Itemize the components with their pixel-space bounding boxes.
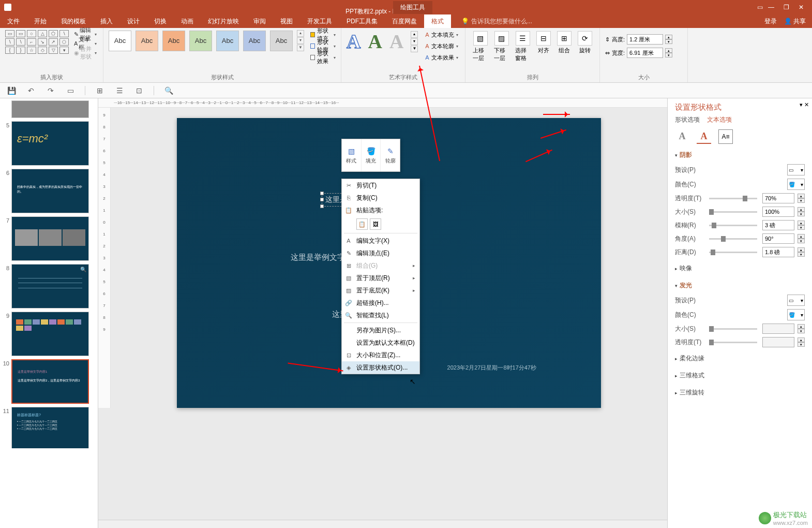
blur-input[interactable] [762,220,794,230]
display-settings-icon[interactable]: ▭ [757,4,763,11]
merge-shape-button[interactable]: ◉合并形状 [73,49,98,57]
text-effects-icon[interactable]: A [697,129,711,144]
text-fill-outline-icon[interactable]: A [675,129,689,144]
distance-input[interactable] [762,247,794,257]
scrollbar-horizontal[interactable] [98,520,667,528]
cm-edit-text[interactable]: A编辑文字(X) [342,234,419,247]
tab-home[interactable]: 开始 [27,14,54,28]
tab-review[interactable]: 审阅 [246,14,273,28]
cm-size-position[interactable]: ⊡大小和位置(Z)... [342,349,419,361]
tab-slideshow[interactable]: 幻灯片放映 [201,14,246,28]
cm-format-shape[interactable]: ◈设置形状格式(O)... [342,361,419,374]
transparency-slider[interactable] [709,198,757,199]
tell-me-search[interactable]: 💡告诉我您想要做什么... [461,17,532,26]
section-3d-format[interactable]: ▸三维格式 [675,370,805,382]
color-combo[interactable]: 🪣▾ [787,179,805,190]
wordart-gallery[interactable]: A A A ▴▾▼ [347,30,418,53]
cm-edit-points[interactable]: ✎编辑顶点(E) [342,247,419,259]
width-input[interactable] [627,48,663,58]
selection-pane-button[interactable]: ☰选择窗格 [513,30,532,63]
redo-icon[interactable]: ↷ [46,85,56,96]
send-backward-button[interactable]: ▨下移一层 [492,30,511,63]
restore-button[interactable]: ❐ [784,4,789,11]
cm-save-as-pic[interactable]: 另存为图片(S)... [342,324,419,336]
section-3d-rotation[interactable]: ▸三维旋转 [675,387,805,399]
glow-transparency-slider[interactable] [709,342,757,343]
slide-thumb-7[interactable] [11,216,89,261]
slide-thumb-6[interactable]: 想象中的真实，成为世界的真实所实现的一切中的。 [11,169,89,213]
transparency-input[interactable] [762,193,794,203]
blur-slider[interactable] [709,225,757,226]
pane-close-icon[interactable]: ▾ ✕ [800,101,809,108]
section-glow[interactable]: ▾发光 [675,280,805,291]
gallery-more[interactable]: ▼ [297,45,304,51]
section-soft-edge[interactable]: ▸柔化边缘 [675,353,805,364]
tab-pdftools[interactable]: PDF工具集 [339,14,385,28]
undo-icon[interactable]: ↶ [26,85,36,96]
text-options-tab[interactable]: 文本选项 [707,115,732,124]
tab-developer[interactable]: 开发工具 [300,14,339,28]
angle-input[interactable] [762,233,794,244]
mini-style-button[interactable]: ▧样式 [342,139,362,171]
cm-cut[interactable]: ✂剪切(T) [342,179,419,192]
tab-view[interactable]: 视图 [273,14,300,28]
slide-thumb-9[interactable] [11,312,89,356]
align-button[interactable]: ⊟对齐 [534,30,553,63]
preset-combo[interactable]: ▭▾ [787,164,805,175]
cm-hyperlink[interactable]: 🔗超链接(H)... [342,297,419,309]
size-input[interactable] [762,207,794,217]
login-link[interactable]: 登录 [764,17,777,26]
slide-thumb-partial[interactable] [11,100,89,118]
shape-options-tab[interactable]: 形状选项 [675,115,700,124]
tab-design[interactable]: 设计 [120,14,147,28]
glow-color-combo[interactable]: 🪣▾ [787,309,805,320]
section-reflection[interactable]: ▸映像 [675,262,805,274]
tab-animations[interactable]: 动画 [174,14,201,28]
tab-format[interactable]: 格式 [424,14,451,28]
slide-thumbnails-panel[interactable]: 5ε=mc² 6想象中的真实，成为世界的真实所实现的一切中的。 7 8🔍 9 1… [0,98,98,448]
shape-style-gallery[interactable]: Abc Abc Abc Abc Abc Abc Abc ▴▾▼ [109,30,304,51]
section-shadow[interactable]: ▾阴影 [675,149,805,161]
tool-icon[interactable]: ☰ [114,85,125,96]
cm-set-default[interactable]: 设置为默认文本框(D) [342,336,419,349]
gallery-scroll-up[interactable]: ▴ [297,30,304,37]
size-slider[interactable] [709,211,757,213]
bring-forward-button[interactable]: ▧上移一层 [471,30,490,63]
paste-keep-format[interactable]: 📋 [356,218,368,230]
tab-file[interactable]: 文件 [0,14,27,28]
tab-transitions[interactable]: 切换 [147,14,174,28]
glow-size-slider[interactable] [709,328,757,330]
cm-bring-front[interactable]: ▧置于顶层(R)▸ [342,272,419,284]
height-input[interactable] [627,34,663,45]
cm-smart-lookup[interactable]: 🔍智能查找(L) [342,309,419,321]
tool-icon[interactable]: ⊡ [134,85,144,96]
tab-insert[interactable]: 插入 [93,14,120,28]
tool-icon[interactable]: 🔍 [163,85,174,96]
minimize-button[interactable]: — [768,4,774,11]
slide-thumb-11[interactable]: 标题标题标题?• 一二三四五六七八九十一二三四五• 一二三四五六七八九十一二三四… [11,407,89,448]
save-icon[interactable]: 💾 [6,85,17,96]
share-button[interactable]: 👤 共享 [784,17,806,26]
cm-copy[interactable]: ⎘复制(C) [342,192,419,204]
text-outline-button[interactable]: A文本轮廓 [425,41,458,51]
angle-slider[interactable] [709,238,757,240]
slide-thumb-8[interactable]: 🔍 [11,264,89,309]
tool-icon[interactable]: ⊞ [95,85,105,96]
shape-effects-button[interactable]: 形状效果 [310,53,336,62]
slideshow-icon[interactable]: ▭ [65,85,76,96]
close-button[interactable]: ✕ [799,4,804,11]
shape-gallery[interactable]: ▭▭○△⬠∖ ∖∖⌐↘↗⬡ {}☆◇▽▾ [5,30,69,54]
text-fill-button[interactable]: A文本填充 [425,30,458,39]
tab-baiduwangpan[interactable]: 百度网盘 [385,14,424,28]
text-effects-button[interactable]: A文本效果 [425,53,458,62]
glow-preset-combo[interactable]: ▭▾ [787,295,805,306]
distance-slider[interactable] [709,252,757,253]
mini-outline-button[interactable]: ✎轮廓 [381,139,400,171]
slide-thumb-5[interactable]: ε=mc² [11,121,89,166]
cm-group[interactable]: ⊞组合(G)▸ [342,259,419,272]
slide-thumb-10[interactable]: 这里是举例文字内容1这里是举例文字内容2，这里是举例文字内容2 [11,359,89,404]
gallery-scroll-down[interactable]: ▾ [297,37,304,44]
paste-picture[interactable]: 🖼 [370,218,381,230]
mini-fill-button[interactable]: 🪣填充 [362,139,381,171]
group-button[interactable]: ⊞组合 [555,30,574,63]
